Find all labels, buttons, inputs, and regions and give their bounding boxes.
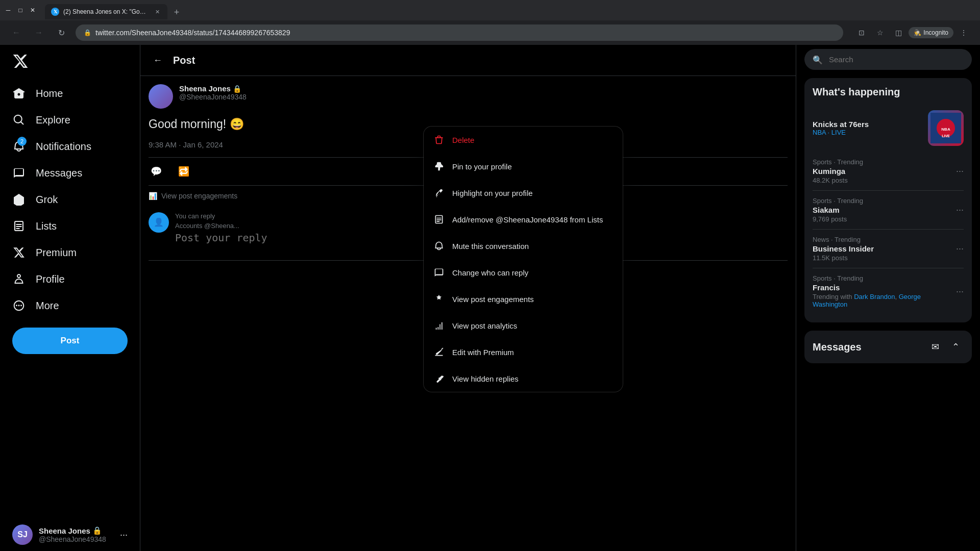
- new-tab-button[interactable]: +: [169, 5, 184, 19]
- reply-avatar: 👤: [149, 212, 169, 233]
- menu-edit-premium-label: Edit with Premium: [452, 348, 514, 357]
- maximize-button[interactable]: □: [16, 6, 24, 14]
- x-logo[interactable]: [6, 47, 134, 78]
- sidebar-item-premium[interactable]: Premium: [6, 240, 134, 265]
- messages-label: Messages: [36, 167, 82, 179]
- menu-view-engagements-label: View post engagements: [452, 295, 534, 304]
- trending-item-0[interactable]: Sports · Trending Kuminga48.2K posts···: [813, 152, 964, 190]
- tab-close-button[interactable]: ✕: [153, 8, 161, 16]
- menu-add-list-label: Add/remove @SheenaJone49348 from Lists: [452, 215, 603, 224]
- sidebar-item-lists[interactable]: Lists: [6, 213, 134, 239]
- tweet-author-handle: @SheenaJone49348: [179, 93, 788, 101]
- whats-happening-section: What's happening Knicks at 76ers NBA · L…: [804, 78, 972, 322]
- menu-item-delete[interactable]: Delete: [424, 127, 623, 153]
- menu-item-add-list[interactable]: Add/remove @SheenaJone49348 from Lists: [424, 206, 623, 233]
- minimize-button[interactable]: ─: [4, 6, 12, 14]
- menu-who-reply-icon: [434, 267, 444, 278]
- lists-label: Lists: [36, 220, 57, 232]
- retweet-button[interactable]: 🔁: [176, 164, 191, 179]
- profile-info: Sheena Jones 🔒 @SheenaJone49348: [39, 526, 114, 543]
- knicks-item[interactable]: Knicks at 76ers NBA · LIVE NBA LIVE: [813, 104, 964, 152]
- expand-messages-icon[interactable]: ⌃: [947, 339, 964, 355]
- app-container: HomeExploreNotifications2MessagesGrokLis…: [0, 45, 980, 551]
- reload-button[interactable]: ↻: [53, 24, 69, 41]
- post-button[interactable]: Post: [12, 328, 128, 354]
- trending-topic-0: Kuminga: [813, 167, 863, 176]
- menu-item-pin[interactable]: Pin to your profile: [424, 153, 623, 180]
- knicks-info: Knicks at 76ers NBA · LIVE: [813, 120, 922, 136]
- more-label: More: [36, 300, 59, 312]
- explore-icon: [12, 113, 26, 127]
- trending-item-3[interactable]: Sports · Trending FrancisTrending with D…: [813, 268, 964, 314]
- sidebar-item-explore[interactable]: Explore: [6, 107, 134, 133]
- trending-meta-2: News · Trending: [813, 236, 874, 243]
- profile-handle: @SheenaJone49348: [39, 535, 114, 543]
- trending-more-0[interactable]: ···: [956, 166, 964, 177]
- close-button[interactable]: ✕: [29, 6, 37, 14]
- menu-item-edit-premium[interactable]: Edit with Premium: [424, 339, 623, 365]
- menu-pin-label: Pin to your profile: [452, 162, 512, 171]
- menu-item-hidden-replies[interactable]: View hidden replies: [424, 365, 623, 392]
- browser-actions: ⊡ ☆ ◫ 🕵 Incognito ⋮: [853, 24, 972, 41]
- menu-item-highlight[interactable]: Highlight on your profile: [424, 180, 623, 206]
- reply-icon: 💬: [151, 166, 162, 177]
- search-box: 🔍: [804, 49, 972, 70]
- sidebar-item-notifications[interactable]: Notifications2: [6, 134, 134, 159]
- avatar-placeholder: SJ: [12, 524, 33, 545]
- back-button[interactable]: ←: [8, 24, 24, 41]
- profile-icon[interactable]: ◫: [890, 24, 906, 41]
- search-input[interactable]: [804, 49, 972, 70]
- new-message-icon[interactable]: ✉: [927, 339, 943, 355]
- ssl-lock-icon: 🔒: [84, 29, 91, 36]
- menu-view-analytics-icon: [434, 320, 444, 331]
- grok-label: Grok: [36, 194, 58, 206]
- notifications-badge: 2: [17, 137, 27, 146]
- messages-section: Messages ✉ ⌃: [804, 331, 972, 363]
- menu-item-view-analytics[interactable]: View post analytics: [424, 312, 623, 339]
- post-header: ← Post: [140, 45, 796, 76]
- menu-edit-premium-icon: [434, 347, 444, 357]
- sidebar: HomeExploreNotifications2MessagesGrokLis…: [0, 45, 140, 551]
- whats-happening-title: What's happening: [813, 86, 964, 98]
- trending-more-1[interactable]: ···: [956, 205, 964, 215]
- trending-more-3[interactable]: ···: [956, 286, 964, 297]
- menu-item-who-reply[interactable]: Change who can reply: [424, 259, 623, 286]
- forward-button[interactable]: →: [31, 24, 47, 41]
- reply-button[interactable]: 💬: [149, 164, 164, 179]
- notifications-label: Notifications: [36, 141, 91, 153]
- back-button[interactable]: ←: [149, 51, 167, 69]
- sidebar-item-profile[interactable]: Profile: [6, 266, 134, 292]
- x-logo-svg: [12, 53, 29, 69]
- menu-mute-label: Mute this conversation: [452, 242, 529, 251]
- right-sidebar: 🔍 What's happening Knicks at 76ers NBA ·…: [796, 45, 980, 551]
- trending-more-2[interactable]: ···: [956, 243, 964, 254]
- profile-more-icon[interactable]: ···: [120, 530, 128, 540]
- sidebar-item-grok[interactable]: Grok: [6, 187, 134, 212]
- menu-view-analytics-label: View post analytics: [452, 321, 517, 330]
- cast-icon[interactable]: ⊡: [853, 24, 870, 41]
- tweet-author: Sheena Jones 🔒 @SheenaJone49348: [149, 84, 788, 109]
- bookmark-icon[interactable]: ☆: [872, 24, 888, 41]
- trending-item-2[interactable]: News · Trending Business Insider11.5K po…: [813, 229, 964, 268]
- menu-mute-icon: [434, 241, 444, 251]
- profile-name: Sheena Jones 🔒: [39, 526, 114, 535]
- menu-item-view-engagements[interactable]: View post engagements: [424, 286, 623, 312]
- sidebar-item-more[interactable]: More: [6, 293, 134, 318]
- messages-icon: [12, 166, 26, 180]
- tweet-lock-icon: 🔒: [233, 85, 241, 93]
- menu-delete-icon: [434, 135, 444, 145]
- svg-text:LIVE: LIVE: [942, 134, 950, 138]
- trending-with-3: Trending with Dark Brandon, George Washi…: [813, 293, 956, 308]
- main-nav: HomeExploreNotifications2MessagesGrokLis…: [6, 80, 134, 319]
- menu-item-mute[interactable]: Mute this conversation: [424, 233, 623, 259]
- menu-icon[interactable]: ⋮: [955, 24, 972, 41]
- tweet-author-name: Sheena Jones 🔒: [179, 84, 788, 93]
- sidebar-item-home[interactable]: Home: [6, 81, 134, 106]
- profile-section[interactable]: SJ Sheena Jones 🔒 @SheenaJone49348 ···: [6, 518, 134, 551]
- nba-thumbnail: NBA LIVE: [930, 113, 961, 143]
- address-bar[interactable]: 🔒 twitter.com/SheenaJone49348/status/174…: [76, 24, 843, 41]
- trending-item-1[interactable]: Sports · Trending Siakam9,769 posts···: [813, 190, 964, 229]
- context-menu: DeletePin to your profileHighlight on yo…: [424, 127, 623, 392]
- sidebar-item-messages[interactable]: Messages: [6, 160, 134, 186]
- active-tab[interactable]: 𝕏 (2) Sheena Jones on X: "Good ... ✕: [45, 4, 167, 19]
